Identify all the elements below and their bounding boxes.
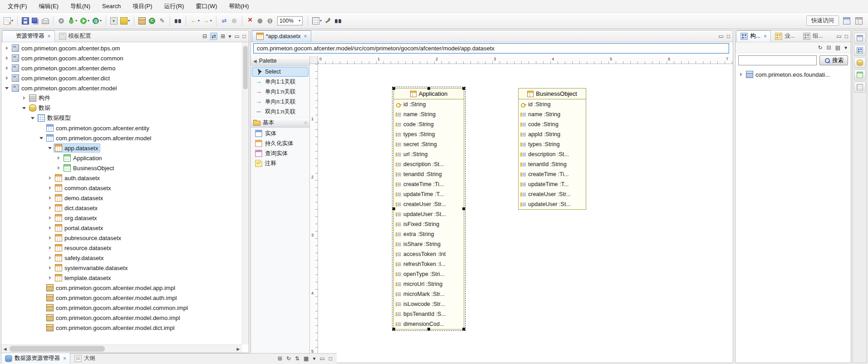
tree-item[interactable]: 构件 (1, 93, 242, 103)
entity-field[interactable]: code :String (519, 119, 586, 129)
collapsed-twisty-icon[interactable] (46, 256, 54, 260)
collapsed-twisty-icon[interactable] (3, 46, 10, 50)
tree-item[interactable]: pubresource.datasetx (1, 233, 242, 243)
entity-businessobject[interactable]: BusinessObjectid :Stringname :Stringcode… (518, 88, 586, 210)
print-button[interactable] (41, 15, 50, 26)
tree-item[interactable]: com.primeton.gocom.afcenter.dict (1, 73, 242, 83)
palette-header[interactable]: ◀ Palette (251, 56, 309, 66)
new-wizard-button[interactable]: ▾ (3, 15, 14, 26)
collapsed-twisty-icon[interactable] (3, 76, 10, 80)
entity-field[interactable]: description :St... (519, 149, 586, 159)
explorer-hscrollbar[interactable]: ◀ ▶ (1, 344, 242, 353)
new-package-button[interactable] (137, 15, 147, 26)
entity-field[interactable]: isFixed :String (394, 219, 464, 229)
entity-field[interactable]: microUrl :String (394, 279, 464, 289)
expanded-twisty-icon[interactable] (38, 137, 45, 139)
entity-field[interactable]: name :String (394, 109, 464, 119)
selection-handle[interactable] (462, 87, 465, 90)
tree-item[interactable]: template.datasetx (1, 273, 242, 283)
run-button[interactable]: ▾ (79, 15, 90, 26)
entity-field[interactable]: url :String (394, 149, 464, 159)
selection-handle[interactable] (392, 87, 395, 90)
close-icon[interactable]: × (764, 34, 767, 39)
entity-field[interactable]: id :String (519, 99, 586, 109)
collapsed-twisty-icon[interactable] (55, 166, 62, 170)
tree-item[interactable]: com.primeton.gocom.afcenter.model.auth.i… (1, 293, 242, 303)
palette-group-header[interactable]: 基本 ◇ (251, 118, 309, 128)
entity-field[interactable]: accessToken :Int (394, 249, 464, 259)
minimize-icon[interactable]: ▭ (234, 33, 239, 39)
pin-editor-button[interactable] (230, 15, 239, 26)
collapsed-twisty-icon[interactable] (46, 226, 54, 230)
selection-handle[interactable] (462, 207, 465, 210)
profile-button[interactable]: ▾ (91, 15, 103, 26)
collapsed-twisty-icon[interactable] (3, 66, 10, 70)
collapsed-twisty-icon[interactable] (737, 73, 745, 76)
tree-item[interactable]: com.primeton.gocom.afcenter.model.app.im… (1, 283, 242, 293)
tree-item[interactable]: com.primeton.eos.foundati... (736, 69, 851, 79)
maximize-icon[interactable]: □ (243, 33, 246, 39)
collapse-palette-icon[interactable]: ◀ (253, 59, 257, 64)
new-class-button[interactable] (147, 15, 157, 26)
assoc-one-to-one[interactable]: 单向1:1关联 (252, 77, 309, 87)
tree-item[interactable]: safety.datasetx (1, 253, 242, 263)
expanded-twisty-icon[interactable] (3, 87, 10, 89)
external-tools-button[interactable]: ▾ (119, 15, 131, 26)
entity-tool[interactable]: 实体 (252, 128, 309, 138)
tree-item[interactable]: com.primeton.gocom.afcenter.demo (1, 63, 242, 73)
selection-handle[interactable] (427, 87, 430, 90)
current-perspective-button[interactable] (854, 15, 863, 26)
menu-item[interactable]: 编辑(E) (33, 0, 64, 12)
entity-field[interactable]: name :String (519, 109, 586, 119)
save-button[interactable] (21, 15, 30, 26)
tree-item[interactable]: com.primeton.gocom.afcenter.model.demo.i… (1, 313, 242, 323)
right-tab[interactable]: 组... (799, 30, 827, 42)
find-button[interactable] (333, 15, 343, 26)
entity-field[interactable]: openType :Stri... (394, 269, 464, 279)
tree-item[interactable]: demo.datasetx (1, 193, 242, 203)
build-button[interactable] (324, 15, 333, 26)
search-button[interactable]: 搜索 (819, 55, 848, 65)
tree-item[interactable]: systemvariable.datasetx (1, 263, 242, 273)
entity-field[interactable]: refreshToken :I... (394, 259, 464, 269)
settings-button[interactable] (57, 15, 66, 26)
tree-item[interactable]: com.primeton.gocom.afcenter.model (1, 133, 242, 143)
collapse-all-icon[interactable]: ⊟ (827, 44, 831, 51)
run-last-tool-button[interactable] (109, 15, 118, 26)
restore-views-button[interactable] (854, 33, 866, 44)
entity-field[interactable]: description :St... (394, 159, 464, 169)
collapsed-twisty-icon[interactable] (46, 206, 54, 210)
menu-item[interactable]: 运行(R) (158, 0, 190, 12)
collapsed-twisty-icon[interactable] (20, 96, 28, 100)
collapsed-twisty-icon[interactable] (46, 176, 54, 180)
collapsed-twisty-icon[interactable] (46, 266, 54, 270)
scrollbar-thumb[interactable] (243, 46, 248, 89)
right-tab[interactable]: 构...× (736, 30, 771, 42)
entity-field[interactable]: tenantId :String (394, 169, 464, 179)
close-icon[interactable]: × (304, 34, 307, 39)
entity-field[interactable]: updateUser :St... (519, 199, 586, 209)
minimize-icon[interactable]: ▭ (319, 355, 324, 362)
entity-field[interactable]: code :String (394, 119, 464, 129)
tree-item[interactable]: Application (1, 153, 242, 163)
link-with-editor-button[interactable] (220, 15, 229, 26)
entity-view-button[interactable] (854, 69, 866, 80)
zoom-out-button[interactable] (265, 15, 275, 26)
collapsed-twisty-icon[interactable] (46, 196, 54, 200)
back-button[interactable]: ▾ (189, 15, 201, 26)
save-all-button[interactable] (31, 15, 40, 26)
expanded-twisty-icon[interactable] (29, 117, 36, 119)
search-input[interactable] (738, 55, 817, 65)
collapsed-twisty-icon[interactable] (46, 216, 54, 220)
tree-item[interactable]: common.datasetx (1, 183, 242, 193)
tree-item[interactable]: BusinessObject (1, 163, 242, 173)
tree-item[interactable]: dict.datasetx (1, 203, 242, 213)
tree-item[interactable]: app.datasetx (1, 143, 242, 153)
new-connection-icon[interactable]: ⊞ (278, 355, 282, 362)
tree-item[interactable]: resource.datasetx (1, 243, 242, 253)
layout-icon[interactable]: ▦ (304, 355, 309, 362)
open-perspective-button[interactable] (842, 15, 851, 26)
editor-breadcrumb[interactable]: com.primeton.gocom.afcenter.model/src/co… (253, 43, 729, 54)
entity-field[interactable]: tenantId :String (519, 159, 586, 169)
scrollbar-track[interactable] (9, 345, 235, 353)
